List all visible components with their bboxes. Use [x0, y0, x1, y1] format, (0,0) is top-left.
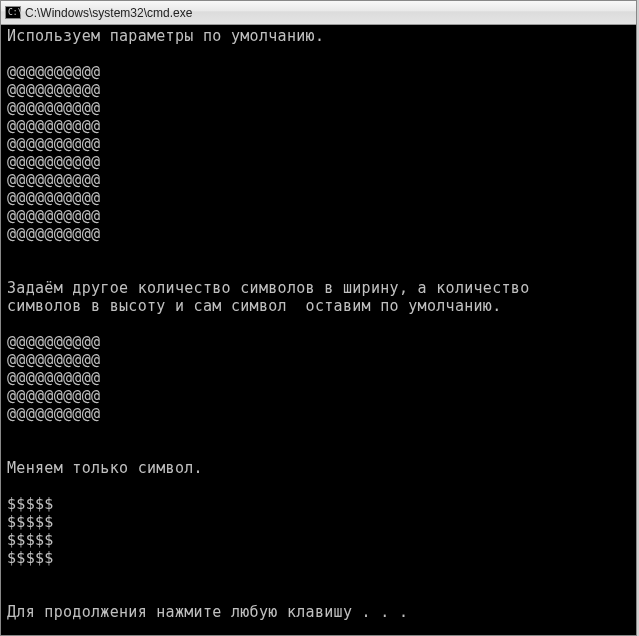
msg-symbol-change: Меняем только символ. — [7, 459, 203, 477]
titlebar[interactable]: C:\ C:\Windows\system32\cmd.exe — [1, 1, 636, 25]
press-any-key-prompt: Для продолжения нажмите любую клавишу . … — [7, 603, 408, 621]
block-at-10x10: @@@@@@@@@@ @@@@@@@@@@ @@@@@@@@@@ @@@@@@@… — [7, 63, 100, 243]
console-output[interactable]: Используем параметры по умолчанию. @@@@@… — [1, 25, 636, 635]
cmd-icon: C:\ — [5, 5, 21, 21]
msg-width-change: Задаём другое количество символов в шири… — [7, 279, 530, 315]
window-title: C:\Windows\system32\cmd.exe — [25, 6, 192, 20]
msg-defaults: Используем параметры по умолчанию. — [7, 27, 324, 45]
block-at-10x5: @@@@@@@@@@ @@@@@@@@@@ @@@@@@@@@@ @@@@@@@… — [7, 333, 100, 423]
svg-text:C:\: C:\ — [8, 8, 21, 17]
block-dollar-5x4: $$$$$ $$$$$ $$$$$ $$$$$ — [7, 495, 54, 567]
cmd-window: C:\ C:\Windows\system32\cmd.exe Использу… — [0, 0, 637, 636]
